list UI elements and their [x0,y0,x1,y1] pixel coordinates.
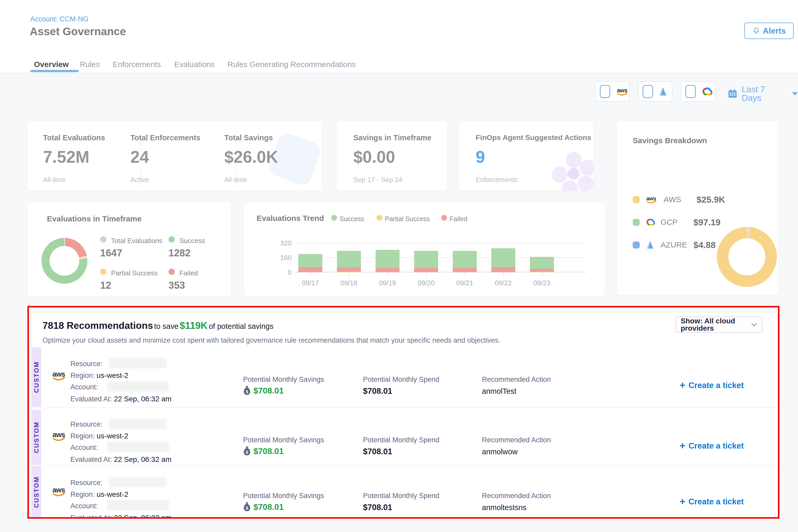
cloud-provider-filter-dropdown[interactable]: Show: All cloud providers [676,317,762,333]
spend-column-label: Potential Monthly Spend [363,437,439,443]
aws-checkbox[interactable] [600,85,610,98]
aws-logo-icon: aws [51,370,68,381]
trend-bar-09/22 [491,229,515,272]
evaluations-trend-title: Evaluations Trend [256,214,324,222]
money-bag-icon: $ [243,385,251,396]
evaluations-trend-card: Evaluations Trend Success Partial Succes… [244,202,605,296]
svg-text:$: $ [246,506,248,510]
azure-color-swatch [633,242,640,249]
legend-label: Partial Success [111,270,158,277]
finops-actions-caption: Enforcements [476,176,517,183]
action-column-label: Recommended Action [482,437,551,443]
evaluations-timeframe-card: Evaluations in Timeframe Total Evaluatio… [27,202,231,296]
svg-text:aws: aws [646,195,656,201]
asset-governance-page: Account: CCM-NG Asset Governance Alerts … [0,0,798,532]
legend-label: Total Evaluations [111,237,163,244]
create-ticket-label: Create a ticket [688,498,744,506]
bar-segment-failed [376,268,400,272]
legend-item-aws: aws AWS $25.9K [633,195,725,204]
filter-chip-aws[interactable]: aws [595,81,629,102]
savings-breakdown-card: Savings Breakdown aws AWS $25.9K GCP $97… [617,121,778,295]
recommendation-row: CUSTOM aws Resource: Region: us-west-2 A… [32,347,778,407]
svg-text:$: $ [246,390,248,394]
breadcrumb-account-link[interactable]: Account: CCM-NG [30,16,89,23]
azure-checkbox[interactable] [643,85,653,98]
tab-rules-generating-recommendations[interactable]: Rules Generating Recommendations [227,60,356,68]
recommendations-count: 7818 Recommendations [42,320,153,331]
legend-provider-value: $25.9K [697,195,725,204]
filter-chip-azure[interactable] [638,81,672,102]
total-enforcements-caption: Active [130,176,149,183]
x-axis-label: 09/19 [372,280,403,286]
tab-enforcements[interactable]: Enforcements [113,60,161,68]
region-value: us-west-2 [97,490,128,498]
spend-column-label: Potential Monthly Spend [363,376,439,383]
savings-value: $708.01 [253,386,284,395]
gcp-logo-icon [644,218,656,226]
bar-segment-partial-success [337,272,361,272]
bar-segment-success [530,257,554,269]
recommendation-row: CUSTOM aws Resource: Region: us-west-2 A… [32,466,778,518]
potential-savings-amount: $119K [180,320,208,331]
gcp-checkbox[interactable] [685,85,696,98]
finops-actions-value: 9 [476,149,485,165]
create-ticket-button[interactable]: + Create a ticket [680,442,744,450]
save-prefix: to save [154,322,179,330]
region-label: Region: [71,432,95,440]
x-axis-label: 09/18 [333,280,365,286]
tab-evaluations[interactable]: Evaluations [174,60,215,68]
gcp-logo-icon [700,87,714,96]
bar-segment-failed [453,268,477,272]
tab-overview[interactable]: Overview [34,60,69,68]
region-value: us-west-2 [97,372,128,379]
evaluated-at-value: 22 Sep, 06:32 am [114,514,172,518]
trend-bar-09/18 [337,229,361,272]
failed-dot-icon [441,215,447,221]
svg-text:aws: aws [52,431,65,439]
resource-label: Resource: [71,479,102,486]
total-evaluations-dot-icon [100,236,107,243]
create-ticket-button[interactable]: + Create a ticket [680,498,744,506]
aws-logo-icon: aws [51,486,68,497]
stats-card-group: Total Evaluations 7.52M All-time Total E… [27,121,322,191]
flower-watermark-icon [549,149,593,191]
finops-actions-title: FinOps Agent Suggested Actions [476,134,591,141]
legend-value: 12 [100,280,111,290]
chevron-down-icon [751,323,757,327]
create-ticket-label: Create a ticket [688,442,744,450]
aws-logo-icon: aws [51,430,68,443]
filter-chip-gcp[interactable] [681,81,716,102]
action-column-label: Recommended Action [482,492,551,499]
legend-item-gcp: GCP $97.19 [633,217,721,227]
x-axis-tick [503,273,504,276]
legend-provider-name: AWS [664,195,692,204]
savings-timeframe-caption: Sep 17 - Sep 24 [353,176,402,183]
bar-segment-success [298,254,322,267]
partial-success-dot-icon [377,215,382,221]
region-value: us-west-2 [97,432,128,440]
savings-value-group: $ $708.01 [243,385,284,396]
dropdown-label: Show: All cloud providers [681,317,751,332]
legend-item-azure: AZURE $4.88 [633,240,716,250]
total-evaluations-caption: All-time [43,176,66,183]
legend-provider-name: GCP [661,218,689,226]
row-separator [32,407,778,408]
page-title: Asset Governance [30,26,126,37]
tab-rules[interactable]: Rules [80,60,100,68]
total-savings-value: $26.0K [224,149,278,165]
trend-bar-09/17 [298,229,322,272]
partial-success-dot-icon [100,269,107,275]
aws-logo-icon: aws [51,430,68,442]
bar-segment-success [414,251,438,268]
spend-value: $708.01 [363,447,392,456]
custom-rule-tag: CUSTOM [32,347,41,407]
evaluations-timeframe-donut-chart [41,238,87,284]
account-label: Account: [71,384,98,391]
svg-text:aws: aws [52,370,65,378]
bar-segment-partial-success [530,272,554,272]
alerts-button[interactable]: Alerts [744,22,794,39]
y-axis-tick-0: 0 [271,269,291,276]
date-range-picker[interactable]: Last 7 Days [727,85,798,102]
create-ticket-button[interactable]: + Create a ticket [680,381,744,390]
bar-segment-success [337,251,361,267]
